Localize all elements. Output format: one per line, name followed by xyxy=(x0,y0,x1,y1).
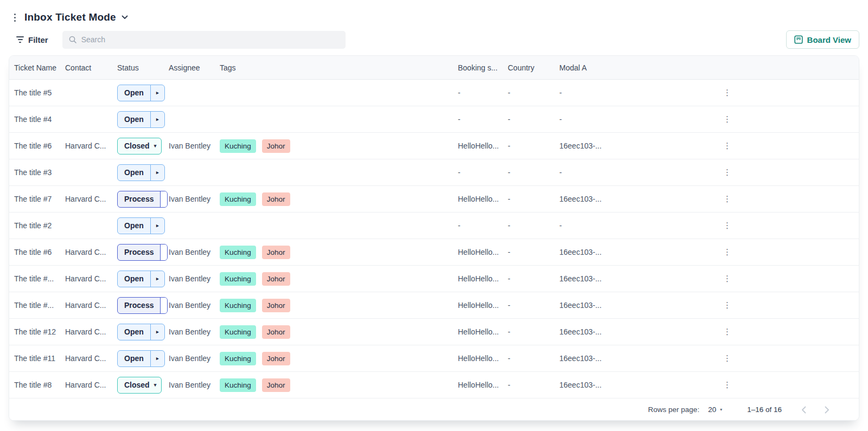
row-menu-icon[interactable]: ⋮ xyxy=(720,326,735,338)
cell-contact: Harvard C... xyxy=(65,327,117,336)
table-row[interactable]: The title #7 Harvard C... Process Ivan B… xyxy=(9,186,859,213)
status-button[interactable]: Open▸ xyxy=(117,350,165,367)
cell-actions: ⋮ xyxy=(720,87,854,99)
board-view-label: Board View xyxy=(807,35,851,44)
cell-tags: KuchingJohor xyxy=(220,325,458,339)
row-menu-icon[interactable]: ⋮ xyxy=(720,299,735,312)
status-label: Process xyxy=(118,245,160,260)
cell-actions: ⋮ xyxy=(720,220,854,232)
status-arrow-right-icon[interactable]: ▸ xyxy=(150,112,164,127)
table-row[interactable]: The title #6 Harvard C... Closed▾ Ivan B… xyxy=(9,133,859,159)
column-header: Assignee xyxy=(169,63,220,72)
status-button[interactable]: Closed▾ xyxy=(117,377,162,394)
row-menu-icon[interactable]: ⋮ xyxy=(720,220,735,232)
status-arrow-right-icon[interactable]: ▸ xyxy=(150,218,164,234)
cell-tags: KuchingJohor xyxy=(220,352,458,365)
status-arrow-right-icon[interactable]: ▸ xyxy=(150,324,164,340)
cell-assignee: Ivan Bentley xyxy=(169,195,220,203)
ticket-table-card: Ticket NameContactStatusAssigneeTagsBook… xyxy=(9,55,859,421)
title-dropdown[interactable]: Inbox Ticket Mode xyxy=(24,11,128,23)
cell-country: - xyxy=(508,327,559,336)
cell-contact: Harvard C... xyxy=(65,354,117,363)
table-row[interactable]: The title #8 Harvard C... Closed▾ Ivan B… xyxy=(9,372,859,398)
status-button[interactable]: Open▸ xyxy=(117,111,165,128)
cell-modal: 16eec103-... xyxy=(559,195,720,203)
status-caret-down-icon: ▾ xyxy=(154,138,162,154)
row-menu-icon[interactable]: ⋮ xyxy=(720,352,735,365)
row-menu-icon[interactable]: ⋮ xyxy=(720,140,735,152)
cell-ticket-name: The title #12 xyxy=(14,327,65,336)
status-caret-down-icon: ▾ xyxy=(154,377,162,393)
status-arrow-right-icon[interactable]: ▸ xyxy=(150,271,164,287)
tag-badge: Kuching xyxy=(220,246,256,259)
cell-status: Closed▾ xyxy=(117,377,169,394)
status-label: Open xyxy=(118,271,150,287)
table-row[interactable]: The title #... Harvard C... Process Ivan… xyxy=(9,292,859,319)
filter-button[interactable]: Filter xyxy=(9,35,56,44)
next-page-button[interactable] xyxy=(821,405,833,415)
cell-assignee: Ivan Bentley xyxy=(169,327,220,336)
rows-per-page-select[interactable]: 20 ▾ xyxy=(708,406,722,414)
column-header: Modal A xyxy=(559,63,720,72)
row-menu-icon[interactable]: ⋮ xyxy=(720,193,735,205)
row-menu-icon[interactable]: ⋮ xyxy=(720,113,735,126)
cell-booking: - xyxy=(458,168,508,177)
table-row[interactable]: The title #6 Harvard C... Process Ivan B… xyxy=(9,239,859,266)
cell-country: - xyxy=(508,221,559,230)
row-menu-icon[interactable]: ⋮ xyxy=(720,273,735,285)
search-input[interactable] xyxy=(81,35,339,44)
rows-per-page-caret-icon: ▾ xyxy=(720,407,722,412)
status-split-segment[interactable] xyxy=(160,245,167,260)
row-menu-icon[interactable]: ⋮ xyxy=(720,166,735,179)
status-button[interactable]: Open▸ xyxy=(117,324,165,340)
tag-badge: Johor xyxy=(262,299,290,312)
cell-booking: HelloHello... xyxy=(458,354,508,363)
row-menu-icon[interactable]: ⋮ xyxy=(720,246,735,259)
status-arrow-right-icon[interactable]: ▸ xyxy=(150,85,164,101)
prev-page-button[interactable] xyxy=(798,405,809,415)
row-menu-icon[interactable]: ⋮ xyxy=(720,379,735,391)
status-button[interactable]: Open▸ xyxy=(117,85,165,101)
cell-actions: ⋮ xyxy=(720,113,854,126)
status-button[interactable]: Open▸ xyxy=(117,271,165,287)
status-arrow-right-icon[interactable]: ▸ xyxy=(150,165,164,181)
board-view-button[interactable]: Board View xyxy=(786,30,859,49)
cell-actions: ⋮ xyxy=(720,326,854,338)
cell-ticket-name: The title #3 xyxy=(14,168,65,177)
cell-country: - xyxy=(508,354,559,363)
status-split-segment[interactable] xyxy=(160,298,167,313)
cell-modal: - xyxy=(559,221,720,230)
table-row[interactable]: The title #12 Harvard C... Open▸ Ivan Be… xyxy=(9,319,859,345)
page-menu-icon[interactable] xyxy=(13,12,17,23)
status-button[interactable]: Open▸ xyxy=(117,217,165,234)
cell-ticket-name: The title #... xyxy=(14,274,65,283)
filter-icon xyxy=(16,36,24,43)
status-arrow-right-icon[interactable]: ▸ xyxy=(150,351,164,366)
rows-per-page-value: 20 xyxy=(708,406,716,414)
table-row[interactable]: The title #... Harvard C... Open▸ Ivan B… xyxy=(9,266,859,292)
column-header: Country xyxy=(508,63,559,72)
table-footer: Rows per page: 20 ▾ 1–16 of 16 xyxy=(9,398,859,421)
status-split-segment[interactable] xyxy=(160,191,167,207)
cell-assignee: Ivan Bentley xyxy=(169,354,220,363)
table-row[interactable]: The title #5 Open▸ - - - ⋮ xyxy=(9,80,859,106)
cell-booking: HelloHello... xyxy=(458,274,508,283)
cell-contact: Harvard C... xyxy=(65,301,117,310)
rows-per-page-label: Rows per page: xyxy=(648,406,700,414)
table-row[interactable]: The title #2 Open▸ - - - ⋮ xyxy=(9,213,859,239)
status-button[interactable]: Closed▾ xyxy=(117,138,162,155)
row-menu-icon[interactable]: ⋮ xyxy=(720,87,735,99)
status-button[interactable]: Process xyxy=(117,244,168,261)
table-row[interactable]: The title #3 Open▸ - - - ⋮ xyxy=(9,159,859,186)
tag-badge: Kuching xyxy=(220,378,256,392)
status-button[interactable]: Open▸ xyxy=(117,164,165,181)
cell-booking: HelloHello... xyxy=(458,248,508,256)
status-button[interactable]: Process xyxy=(117,191,168,208)
table-row[interactable]: The title #4 Open▸ - - - ⋮ xyxy=(9,106,859,133)
cell-assignee: Ivan Bentley xyxy=(169,248,220,256)
cell-tags: KuchingJohor xyxy=(220,299,458,312)
status-button[interactable]: Process xyxy=(117,297,168,314)
column-header: Status xyxy=(117,63,169,72)
status-label: Open xyxy=(118,218,150,234)
table-row[interactable]: The title #11 Harvard C... Open▸ Ivan Be… xyxy=(9,345,859,372)
